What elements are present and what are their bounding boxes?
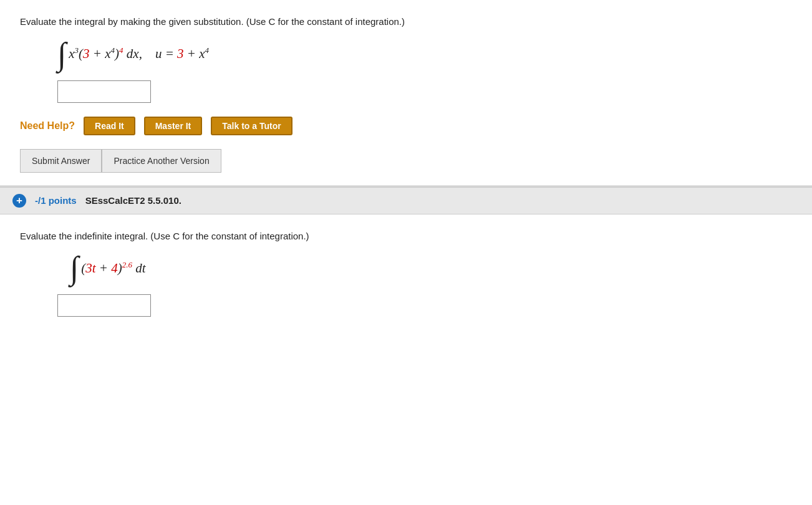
master-it-button[interactable]: Master It (144, 117, 203, 135)
problem1-section: Evaluate the integral by making the give… (0, 0, 812, 186)
page-wrapper: Evaluate the integral by making the give… (0, 0, 812, 335)
practice-another-button[interactable]: Practice Another Version (102, 150, 220, 172)
problem2-integral-symbol: ∫ (70, 254, 79, 282)
need-help-label: Need Help? (20, 120, 75, 132)
problem2-answer-container (57, 294, 792, 317)
read-it-button[interactable]: Read It (84, 117, 135, 135)
plus-icon[interactable]: + (12, 194, 26, 208)
problem1-answer-input[interactable] (57, 80, 151, 103)
problem2-integrand: (3t + 4)2.6 dt (81, 261, 145, 276)
integrand-expr: x3(3 + x4)4 dx, u = 3 + x4 (69, 46, 209, 62)
action-button-group: Submit Answer Practice Another Version (20, 149, 221, 173)
problem1-math: ∫ x3(3 + x4)4 dx, u = 3 + x4 (57, 41, 792, 68)
need-help-row: Need Help? Read It Master It Talk to a T… (20, 117, 792, 135)
integral-symbol: ∫ (57, 41, 66, 68)
problem-id: SEssCalcET2 5.5.010. (85, 195, 181, 206)
points-text: -/1 points (35, 195, 77, 206)
integral-expression: ∫ x3(3 + x4)4 dx, u = 3 + x4 (57, 41, 209, 68)
problem1-instruction: Evaluate the integral by making the give… (20, 15, 792, 29)
problem2-math: ∫ (3t + 4)2.6 dt (70, 254, 792, 282)
problem2-instruction: Evaluate the indefinite integral. (Use C… (20, 229, 792, 244)
problem2-section: Evaluate the indefinite integral. (Use C… (0, 214, 812, 336)
answer-box-container (57, 80, 792, 103)
points-bar: + -/1 points SEssCalcET2 5.5.010. (0, 186, 812, 214)
talk-to-tutor-button[interactable]: Talk to a Tutor (211, 117, 292, 135)
problem2-answer-input[interactable] (57, 294, 151, 317)
action-section: Submit Answer Practice Another Version (20, 149, 792, 173)
submit-answer-button[interactable]: Submit Answer (21, 150, 102, 172)
problem2-integral: ∫ (3t + 4)2.6 dt (70, 254, 146, 282)
